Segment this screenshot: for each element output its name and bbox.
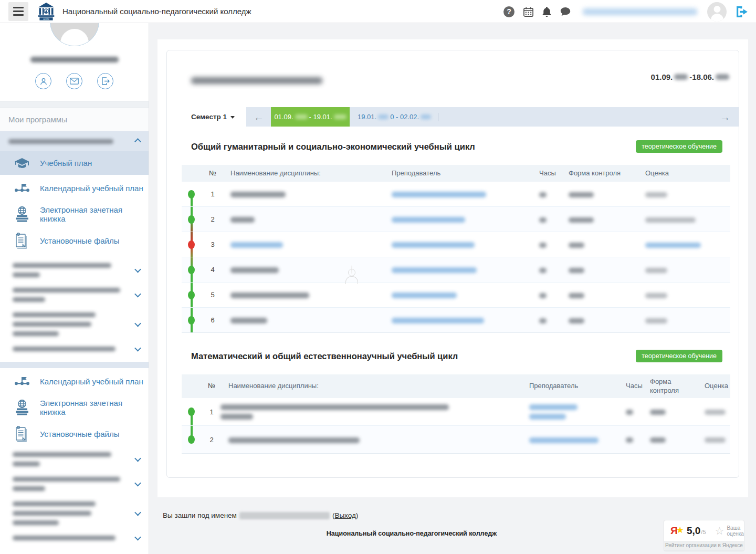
row-number: 2 bbox=[203, 215, 223, 223]
section-title: Математический и общий естественнонаучны… bbox=[191, 351, 458, 361]
sidebar-item-setup-files[interactable]: Установочные файлы bbox=[0, 421, 149, 447]
section-header: Математический и общий естественнонаучны… bbox=[167, 350, 739, 362]
table-row: 2 bbox=[182, 425, 730, 453]
user-name-redacted[interactable] bbox=[583, 7, 697, 16]
discipline-name-redacted bbox=[223, 190, 351, 198]
sidebar-program-collapsed[interactable] bbox=[0, 496, 149, 530]
teacher-link-redacted[interactable] bbox=[383, 291, 530, 299]
discipline-name-redacted bbox=[223, 316, 351, 324]
section-title: Общий гуманитарный и социально-экономиче… bbox=[191, 142, 475, 152]
college-name-footer: Национальный социально-педагогический ко… bbox=[307, 530, 517, 537]
sidebar-program-collapsed[interactable] bbox=[0, 341, 149, 357]
signed-in-name-redacted bbox=[239, 512, 330, 519]
sidebar-item-setup-files[interactable]: Установочные файлы bbox=[0, 227, 149, 254]
table-row: 5 bbox=[182, 282, 730, 307]
sidebar-program-expanded[interactable] bbox=[0, 131, 149, 151]
top-right-actions: ? bbox=[503, 0, 750, 23]
sidebar-program-expanded[interactable] bbox=[0, 362, 149, 368]
sidebar-program-collapsed[interactable] bbox=[0, 447, 149, 472]
period-tab-active[interactable]: 01.09. - 19.01. bbox=[271, 107, 350, 127]
notifications-icon[interactable] bbox=[542, 7, 551, 17]
discipline-name-redacted bbox=[220, 436, 494, 444]
discipline-link-redacted[interactable] bbox=[223, 241, 351, 248]
help-icon[interactable]: ? bbox=[503, 6, 514, 17]
row-number: 1 bbox=[203, 190, 223, 198]
logout-icon[interactable] bbox=[736, 5, 750, 18]
sidebar-item-label: Календарный учебный план bbox=[40, 184, 143, 193]
teacher-link-redacted[interactable] bbox=[383, 190, 530, 198]
exit-icon[interactable] bbox=[97, 73, 113, 89]
sidebar-program-collapsed[interactable] bbox=[0, 258, 149, 283]
col-teacher: Преподаватель bbox=[383, 169, 530, 177]
control-form-redacted bbox=[559, 291, 636, 299]
teacher-link-redacted[interactable] bbox=[523, 436, 616, 444]
discipline-name-redacted bbox=[223, 266, 351, 274]
col-control-form: Форма контроля bbox=[559, 169, 636, 177]
teacher-link-redacted[interactable] bbox=[383, 241, 530, 248]
menu-icon[interactable] bbox=[8, 2, 28, 21]
setup-files-icon bbox=[13, 425, 32, 443]
sidebar-item-calendar-plan[interactable]: Календарный учебный план bbox=[0, 368, 149, 394]
calendar-icon[interactable] bbox=[523, 7, 533, 17]
prev-period-arrow-icon[interactable] bbox=[254, 112, 264, 122]
hours-value-redacted bbox=[530, 266, 559, 274]
grade-link-redacted[interactable] bbox=[636, 241, 730, 248]
tab-divider bbox=[438, 113, 438, 121]
teacher-link-redacted[interactable] bbox=[383, 316, 530, 324]
rating-max: /5 bbox=[701, 529, 706, 535]
hours-value-redacted bbox=[530, 190, 559, 198]
timeline-marker-red bbox=[182, 232, 203, 257]
rating-value: 5,0 bbox=[687, 525, 700, 537]
my-programs-label: Мои программы bbox=[0, 108, 149, 131]
sidebar-item-curriculum[interactable]: Учебный план bbox=[0, 151, 149, 175]
next-period-arrow-icon[interactable] bbox=[720, 112, 730, 122]
mail-icon[interactable] bbox=[66, 73, 82, 89]
teacher-link-redacted[interactable] bbox=[523, 400, 616, 424]
your-rating-label[interactable]: Ваша оценка bbox=[727, 525, 743, 537]
timeline-marker-green bbox=[182, 398, 203, 425]
widget-caption: Рейтинг организации в Яндексе bbox=[664, 541, 744, 550]
sidebar-item-label: Электронная зачетная книжка bbox=[40, 205, 149, 223]
sidebar-program-collapsed[interactable] bbox=[0, 530, 149, 546]
star-outline-icon[interactable]: ☆ bbox=[715, 526, 724, 536]
timeline-marker-green bbox=[182, 182, 203, 206]
logout-link[interactable]: Выход bbox=[334, 511, 355, 519]
col-hours: Часы bbox=[530, 169, 559, 177]
col-discipline: Наименование дисциплины: bbox=[220, 382, 494, 390]
sidebar-item-label: Календарный учебный план bbox=[40, 377, 143, 386]
gradebook-icon bbox=[13, 205, 32, 223]
sidebar-item-calendar-plan[interactable]: Календарный учебный план bbox=[0, 175, 149, 201]
profile-icon[interactable] bbox=[35, 73, 51, 89]
sidebar-item-label: Установочные файлы bbox=[40, 430, 120, 438]
sidebar-divider bbox=[0, 101, 149, 108]
signed-in-prefix: Вы зашли под именем bbox=[163, 511, 237, 519]
chevron-down-icon bbox=[134, 534, 141, 541]
sidebar-program-collapsed[interactable] bbox=[0, 472, 149, 496]
period-tab[interactable]: 19.01.0 - 02.02. bbox=[358, 113, 431, 121]
semester-dropdown[interactable]: Семестр 1 bbox=[167, 107, 246, 127]
timeline-marker-green bbox=[182, 283, 203, 307]
sidebar-item-gradebook[interactable]: Электронная зачетная книжка bbox=[0, 201, 149, 227]
period-tabs-strip: 01.09. - 19.01. 19.01.0 - 02.02. bbox=[246, 107, 739, 127]
teacher-link-redacted[interactable] bbox=[383, 266, 530, 274]
page: НСПК Национальный социально-педагогическ… bbox=[0, 0, 756, 554]
control-form-redacted bbox=[559, 266, 636, 274]
grade-redacted bbox=[700, 408, 730, 416]
hours-value-redacted bbox=[530, 291, 559, 299]
sidebar-program-collapsed[interactable] bbox=[0, 307, 149, 341]
sidebar-program-collapsed[interactable] bbox=[0, 283, 149, 307]
col-num: № bbox=[203, 382, 220, 390]
sidebar-user-name-redacted bbox=[0, 55, 149, 64]
disciplines-table: № Наименование дисциплины: Преподаватель… bbox=[182, 165, 730, 333]
sidebar-avatar[interactable] bbox=[0, 23, 149, 47]
teacher-link-redacted[interactable] bbox=[383, 215, 530, 223]
col-discipline: Наименование дисциплины: bbox=[223, 169, 351, 177]
col-num: № bbox=[203, 169, 223, 177]
user-avatar[interactable] bbox=[707, 2, 727, 22]
card-header: 01.09.-18.06. bbox=[167, 50, 739, 107]
chevron-down-icon bbox=[134, 345, 141, 352]
messages-icon[interactable] bbox=[560, 7, 571, 16]
svg-text:НСПК: НСПК bbox=[43, 18, 49, 20]
sidebar-item-gradebook[interactable]: Электронная зачетная книжка bbox=[0, 394, 149, 421]
control-form-redacted bbox=[559, 190, 636, 198]
